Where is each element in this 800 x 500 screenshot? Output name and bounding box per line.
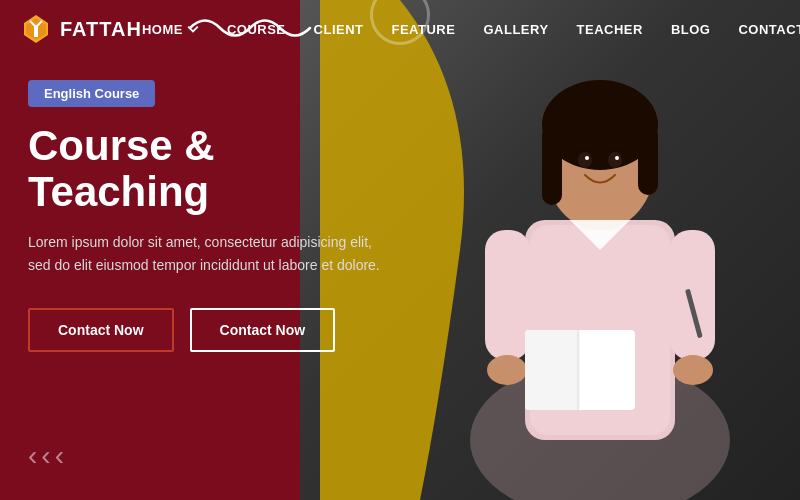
nav-item-blog[interactable]: BLOG <box>671 20 711 38</box>
nav-link-feature[interactable]: FEATURE <box>392 22 456 37</box>
svg-rect-17 <box>525 330 580 410</box>
svg-rect-12 <box>485 230 530 360</box>
nav-link-teacher[interactable]: TEACHER <box>577 22 643 37</box>
brand-name: FATTAH <box>60 18 142 41</box>
hero-content: English Course Course & Teaching Lorem i… <box>28 80 388 352</box>
svg-rect-13 <box>670 230 715 360</box>
nav-item-home[interactable]: HOME <box>142 22 199 37</box>
nav-item-course[interactable]: COURSE <box>227 20 286 38</box>
hero-arrows: ‹ ‹ ‹ <box>28 442 64 470</box>
nav-item-client[interactable]: CLIENT <box>314 20 364 38</box>
nav-item-gallery[interactable]: GALLERY <box>483 20 548 38</box>
hero-description: Lorem ipsum dolor sit amet, consectetur … <box>28 231 388 276</box>
hero-buttons: Contact Now Contact Now <box>28 308 388 352</box>
arrow-left-3[interactable]: ‹ <box>55 442 64 470</box>
nav-link-contact[interactable]: CONTACT <box>738 22 800 37</box>
hero-title: Course & Teaching <box>28 123 388 215</box>
logo-icon <box>20 13 52 45</box>
svg-point-10 <box>585 156 589 160</box>
svg-point-9 <box>608 152 622 168</box>
nav-links: HOME COURSE CLIENT FEATURE GALLERY TEACH… <box>142 20 800 38</box>
navbar: FATTAH HOME COURSE CLIENT FEATURE GALLER… <box>0 0 800 58</box>
arrow-left-2[interactable]: ‹ <box>41 442 50 470</box>
svg-point-8 <box>578 152 592 168</box>
nav-link-client[interactable]: CLIENT <box>314 22 364 37</box>
nav-link-home[interactable]: HOME <box>142 22 183 37</box>
nav-link-gallery[interactable]: GALLERY <box>483 22 548 37</box>
svg-point-11 <box>615 156 619 160</box>
logo[interactable]: FATTAH <box>20 13 142 45</box>
svg-rect-6 <box>542 125 562 205</box>
hero-section: FATTAH HOME COURSE CLIENT FEATURE GALLER… <box>0 0 800 500</box>
svg-point-14 <box>487 355 527 385</box>
nav-item-feature[interactable]: FEATURE <box>392 20 456 38</box>
hero-badge: English Course <box>28 80 155 107</box>
chevron-down-icon <box>187 23 199 35</box>
svg-point-15 <box>673 355 713 385</box>
person-illustration <box>430 20 770 500</box>
svg-rect-7 <box>638 125 658 195</box>
contact-now-button-1[interactable]: Contact Now <box>28 308 174 352</box>
nav-item-contact[interactable]: CONTACT <box>738 20 800 38</box>
contact-now-button-2[interactable]: Contact Now <box>190 308 336 352</box>
arrow-left-1[interactable]: ‹ <box>28 442 37 470</box>
nav-item-teacher[interactable]: TEACHER <box>577 20 643 38</box>
nav-link-blog[interactable]: BLOG <box>671 22 711 37</box>
svg-rect-22 <box>34 27 38 37</box>
nav-link-course[interactable]: COURSE <box>227 22 286 37</box>
